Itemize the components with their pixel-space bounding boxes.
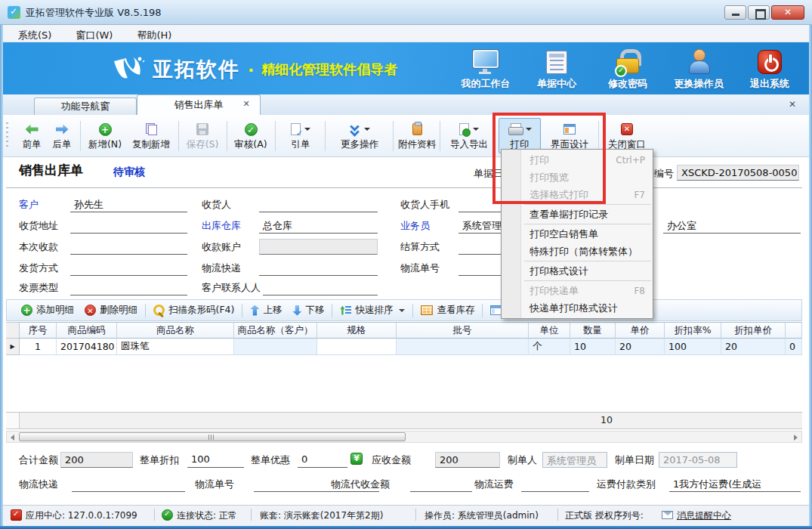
col-spec[interactable]: 规格 bbox=[317, 322, 397, 339]
move-down-button[interactable]: 下移 bbox=[287, 302, 329, 318]
delete-detail-button[interactable]: 删除明细 bbox=[79, 302, 143, 318]
freight-pay-type-input[interactable]: 1我方付运费(生成运 bbox=[669, 476, 801, 492]
scroll-right-icon[interactable] bbox=[794, 435, 798, 441]
menu-item-print-format-design[interactable]: 打印格式设计 bbox=[502, 262, 653, 280]
customer-input[interactable]: 孙先生 bbox=[70, 196, 187, 212]
tab-close-icon[interactable] bbox=[242, 100, 251, 109]
logistics-label: 物流快递 bbox=[202, 261, 241, 275]
printer-icon bbox=[508, 124, 522, 135]
freight-input[interactable] bbox=[521, 476, 589, 492]
import-export-button[interactable]: 导入导出 bbox=[443, 118, 496, 153]
quick-sort-button[interactable]: 快速排序 bbox=[335, 302, 410, 318]
mail-icon bbox=[662, 511, 673, 519]
summary-qty-total: 10 bbox=[564, 414, 613, 425]
menu-system[interactable]: 系统(S) bbox=[6, 27, 63, 44]
brand-dot: · bbox=[248, 60, 254, 79]
menu-item-print-blank-order[interactable]: 打印空白销售单 bbox=[502, 225, 653, 243]
customer-contact-input[interactable] bbox=[263, 280, 378, 295]
save-button[interactable]: 保存(S) bbox=[181, 118, 224, 153]
cell-batch[interactable] bbox=[397, 339, 529, 355]
col-name-customer[interactable]: 商品名称（客户） bbox=[234, 322, 317, 339]
minimize-button[interactable] bbox=[724, 5, 746, 20]
print-button[interactable]: 打印 bbox=[499, 118, 541, 153]
invoice-type-input[interactable] bbox=[70, 280, 187, 295]
cell-extra[interactable]: 0 bbox=[786, 339, 802, 355]
whole-reduction-label: 整单优惠 bbox=[251, 453, 290, 467]
copy-new-button[interactable]: 复制新增 bbox=[127, 118, 175, 153]
status-operator: 操作员: 系统管理员(admin) bbox=[425, 509, 539, 522]
cell-discount-rate[interactable]: 100 bbox=[665, 339, 721, 355]
horizontal-scrollbar[interactable] bbox=[6, 431, 802, 443]
tabstrip-close-icon[interactable] bbox=[789, 99, 796, 110]
menu-item-special-print[interactable]: 特殊打印（简体转繁体） bbox=[502, 243, 653, 260]
whole-discount-label: 整单折扣 bbox=[140, 453, 179, 467]
department-input[interactable]: 办公室 bbox=[663, 218, 801, 234]
view-stock-button[interactable]: 查看库存 bbox=[415, 302, 480, 318]
move-up-button[interactable]: 上移 bbox=[245, 302, 287, 318]
tab-function-navigator[interactable]: 功能导航窗 bbox=[34, 97, 137, 115]
new-button[interactable]: 新增(N) bbox=[85, 118, 125, 153]
whole-discount-input[interactable]: 100 bbox=[187, 452, 244, 468]
payment-now-input[interactable] bbox=[70, 239, 187, 255]
customer-label: 客户 bbox=[19, 198, 39, 212]
col-price[interactable]: 单价 bbox=[616, 322, 665, 339]
tab-sales-outbound[interactable]: 销售出库单 bbox=[137, 94, 261, 115]
col-batch[interactable]: 批号 bbox=[397, 322, 529, 339]
action-switch-operator[interactable]: 更换操作员 bbox=[667, 47, 730, 91]
scroll-left-icon[interactable] bbox=[11, 435, 14, 441]
col-code[interactable]: 商品编码 bbox=[57, 322, 117, 339]
action-my-workbench[interactable]: 我的工作台 bbox=[454, 47, 517, 91]
cell-name[interactable]: 圆珠笔 bbox=[117, 339, 234, 355]
menu-window[interactable]: 窗口(W) bbox=[63, 27, 125, 44]
cell-code[interactable]: 201704180 bbox=[57, 339, 117, 355]
col-discount-price[interactable]: 折扣单价 bbox=[721, 322, 786, 339]
whole-reduction-input[interactable]: 0 bbox=[298, 452, 347, 468]
consignee-input[interactable] bbox=[259, 196, 378, 212]
delivery-method-label: 发货方式 bbox=[19, 261, 58, 275]
col-qty[interactable]: 数量 bbox=[570, 322, 616, 339]
copy-icon bbox=[146, 123, 157, 135]
col-name[interactable]: 商品名称 bbox=[117, 322, 234, 339]
attachments-button[interactable]: 附件资料 bbox=[396, 118, 438, 153]
cell-index[interactable]: 1 bbox=[20, 339, 57, 355]
cell-name-customer[interactable] bbox=[234, 339, 317, 355]
message-center-link[interactable]: 消息提醒中心 bbox=[677, 509, 731, 522]
banner-actions: 我的工作台 单据中心 修改密码 更换操作员 退出系统 bbox=[454, 47, 801, 91]
close-button[interactable] bbox=[771, 5, 804, 20]
action-change-password[interactable]: 修改密码 bbox=[596, 47, 659, 91]
audit-button[interactable]: 审核(A) bbox=[230, 118, 272, 153]
prev-doc-button[interactable]: 前单 bbox=[17, 118, 47, 153]
maximize-button[interactable] bbox=[748, 5, 770, 20]
address-input[interactable] bbox=[70, 218, 187, 234]
more-actions-button[interactable]: 更多操作 bbox=[329, 118, 390, 153]
cell-discount-price[interactable]: 20 bbox=[721, 339, 786, 355]
logistics2-input[interactable] bbox=[72, 476, 185, 492]
add-detail-button[interactable]: 添加明细 bbox=[16, 302, 79, 318]
action-exit-system[interactable]: 退出系统 bbox=[738, 47, 801, 91]
cell-spec[interactable] bbox=[317, 339, 397, 355]
app-logo-icon bbox=[8, 6, 20, 19]
cod-amount-input[interactable] bbox=[410, 476, 472, 492]
col-extra[interactable] bbox=[786, 322, 802, 339]
action-document-center[interactable]: 单据中心 bbox=[525, 47, 588, 91]
cell-unit[interactable]: 个 bbox=[529, 339, 570, 355]
cell-price[interactable]: 20 bbox=[616, 339, 665, 355]
col-index[interactable]: 序号 bbox=[20, 322, 57, 339]
pull-doc-button[interactable]: 引单 bbox=[279, 118, 322, 153]
doc-title: 销售出库单 bbox=[19, 162, 83, 179]
scrollbar-thumb[interactable] bbox=[19, 432, 406, 441]
next-doc-button[interactable]: 后单 bbox=[47, 118, 77, 153]
menu-help[interactable]: 帮助(H) bbox=[125, 27, 184, 44]
row-selector[interactable] bbox=[6, 339, 20, 355]
col-unit[interactable]: 单位 bbox=[529, 322, 570, 339]
close-window-button[interactable]: 关闭窗口 bbox=[603, 118, 651, 153]
delivery-method-input[interactable] bbox=[70, 260, 187, 276]
menu-item-view-print-records[interactable]: 查看单据打印记录 bbox=[502, 206, 653, 223]
cell-qty[interactable]: 10 bbox=[570, 339, 616, 355]
ui-design-button[interactable]: 界面设计 bbox=[545, 118, 594, 153]
scan-barcode-button[interactable]: 扫描条形码(F4) bbox=[148, 302, 239, 318]
menu-item-express-format-design[interactable]: 快递单打印格式设计 bbox=[502, 299, 653, 317]
warehouse-input[interactable]: 总仓库 bbox=[259, 218, 378, 234]
col-discount-rate[interactable]: 折扣率% bbox=[665, 322, 721, 339]
logistics-input[interactable] bbox=[259, 260, 378, 276]
